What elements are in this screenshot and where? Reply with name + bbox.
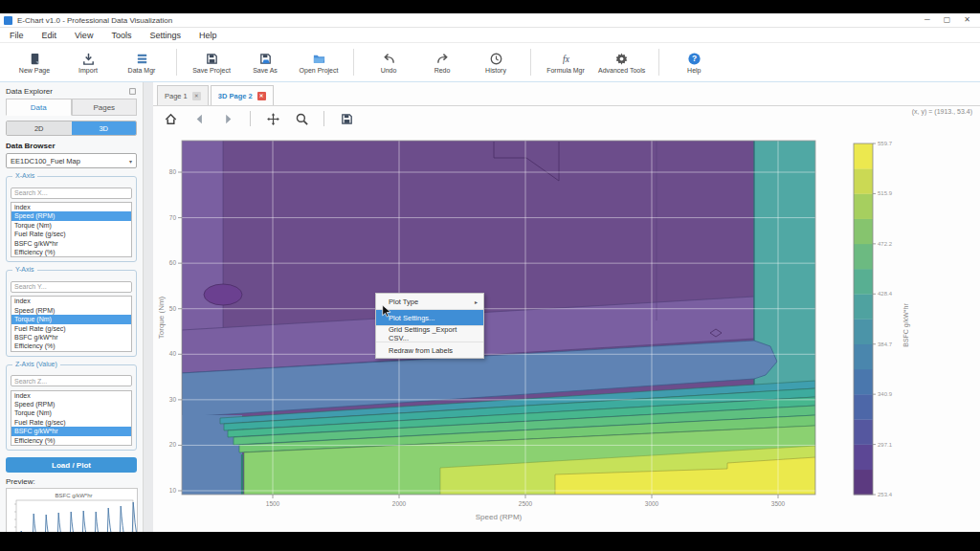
context-menu-item-redraw-from-labels[interactable]: Redraw from Labels	[376, 342, 483, 358]
toolbar-undo-label: Undo	[381, 67, 397, 74]
menu-view[interactable]: View	[75, 31, 93, 40]
maximize-button[interactable]: ▢	[944, 13, 951, 27]
menu-settings[interactable]: Settings	[149, 31, 181, 40]
toolbar-advanced-tools-button[interactable]: Advanced Tools	[592, 52, 651, 74]
x-axis-field-torque-nm[interactable]: Torque (Nm)	[11, 221, 131, 230]
colorbar-band	[854, 269, 873, 295]
y-tick-label: 30	[169, 396, 177, 403]
toolbar-help-button[interactable]: ?Help	[667, 52, 721, 74]
toolbar-data-mgr-label: Data Mgr	[128, 67, 156, 74]
x-tick-label: 3000	[645, 500, 659, 507]
colorbar-tick-label: 253.4	[878, 492, 893, 497]
close-tab-icon[interactable]: ✕	[192, 92, 201, 100]
y-axis-field-speed-rpm[interactable]: Speed (RPM)	[11, 306, 131, 315]
forward-icon	[221, 112, 235, 126]
x-axis-field-fuel-rate-g-sec[interactable]: Fuel Rate (g/sec)	[11, 230, 131, 238]
y-tick-label: 60	[169, 259, 177, 266]
toolbar-redo-button[interactable]: Redo	[415, 52, 469, 74]
colorbar-tick-label: 340.9	[878, 391, 893, 397]
y-axis-field-torque-nm[interactable]: Torque (Nm)	[11, 315, 131, 323]
back-icon	[192, 112, 207, 126]
plot-nav-toolbar: (x, y) = (1913., 53.4)	[153, 106, 980, 131]
x-axis-field-index[interactable]: index	[11, 203, 131, 211]
sidebar-tab-pages[interactable]: Pages	[72, 99, 138, 116]
svg-text:?: ?	[692, 54, 697, 63]
nav-back-button[interactable]	[189, 109, 209, 128]
nav-zoom-glass-button[interactable]	[292, 109, 311, 128]
toolbar-new-page-label: New Page	[19, 67, 50, 74]
z-axis-label: Z-Axis (Value)	[12, 361, 60, 367]
colorbar-band	[854, 168, 873, 194]
toolbar-save-project-button[interactable]: Save Project	[185, 52, 238, 74]
nav-pan-button[interactable]	[263, 109, 282, 128]
sidebar-tab-data[interactable]: Data	[6, 99, 72, 116]
cursor-coordinates-readout: (x, y) = (1913., 53.4)	[912, 108, 972, 115]
toolbar-new-page-button[interactable]: New Page	[8, 52, 61, 74]
y-axis-field-fuel-rate-g-sec[interactable]: Fuel Rate (g/sec)	[11, 324, 131, 333]
toolbar-formula-mgr-button[interactable]: fxFormula Mgr	[539, 52, 592, 74]
toolbar-open-project-button[interactable]: Open Project	[292, 52, 345, 74]
colorbar-band	[854, 344, 873, 370]
z-axis-field-speed-rpm[interactable]: Speed (RPM)	[11, 400, 131, 408]
tab-page-1[interactable]: Page 1✕	[157, 85, 209, 105]
toolbar-import-button[interactable]: Import	[61, 52, 115, 74]
toolbar-history-label: History	[485, 67, 506, 74]
submenu-arrow-icon: ▸	[475, 298, 478, 305]
nav-forward-button[interactable]	[218, 109, 237, 128]
save-icon	[205, 52, 219, 66]
tab-3d-page-2[interactable]: 3D Page 2✕	[211, 85, 274, 105]
toolbar-save-project-label: Save Project	[192, 67, 231, 74]
minimize-button[interactable]: ─	[924, 13, 930, 27]
y-axis-field-index[interactable]: index	[11, 297, 131, 305]
toolbar-help-label: Help	[687, 67, 701, 74]
z-axis-field-index[interactable]: index	[11, 391, 131, 400]
z-axis-field-fuel-rate-g-sec[interactable]: Fuel Rate (g/sec)	[11, 418, 131, 427]
y-axis-search-input[interactable]	[11, 281, 132, 293]
z-axis-search-input[interactable]	[11, 375, 132, 386]
y-axis-field-efficiency[interactable]: Efficiency (%)	[11, 342, 131, 350]
x-axis-field-speed-rpm[interactable]: Speed (RPM)	[11, 211, 131, 220]
menu-file[interactable]: File	[10, 31, 24, 40]
y-axis-field-list: indexSpeed (RPM)Torque (Nm)Fuel Rate (g/…	[11, 296, 132, 351]
y-axis-group: Y-Axis indexSpeed (RPM)Torque (Nm)Fuel R…	[6, 270, 137, 356]
zoom-glass-icon	[295, 112, 309, 126]
x-axis-ticks: 15002000250030003500	[266, 495, 786, 507]
z-axis-field-torque-nm[interactable]: Torque (Nm)	[11, 408, 131, 417]
menu-tools[interactable]: Tools	[111, 31, 131, 40]
y-tick-label: 10	[169, 487, 177, 494]
menu-edit[interactable]: Edit	[42, 31, 57, 40]
close-button[interactable]: ✕	[964, 13, 970, 27]
load-plot-button[interactable]: Load / Plot	[6, 457, 137, 473]
tab-label: 3D Page 2	[218, 92, 253, 100]
nav-save-button[interactable]	[337, 109, 356, 128]
contour-fills	[182, 141, 815, 495]
x-axis-search-input[interactable]	[11, 187, 132, 199]
mode-toggle-2d[interactable]: 2D	[7, 121, 72, 135]
plot-canvas[interactable]: 15002000250030003500 1020304050607080 Sp…	[153, 134, 980, 532]
tab-label: Page 1	[165, 92, 188, 100]
toolbar-data-mgr-button[interactable]: Data Mgr	[115, 52, 168, 74]
panel-collapse-icon[interactable]	[128, 87, 137, 96]
dataset-dropdown[interactable]: EE1DC100_Fuel Map ▾	[6, 153, 137, 168]
colorbar-band	[854, 320, 873, 345]
colorbar-tick-label: 515.9	[878, 190, 893, 196]
close-tab-icon[interactable]: ✕	[257, 92, 266, 100]
mode-toggle-3d[interactable]: 3D	[72, 121, 137, 135]
toolbar-save-as-button[interactable]: Save As	[238, 52, 292, 74]
toolbar-advanced-tools-label: Advanced Tools	[598, 67, 645, 74]
open-folder-icon	[312, 52, 326, 66]
context-menu-item-grid-settings-export-csv[interactable]: Grid Settings _Export CSV...	[376, 326, 483, 342]
toolbar-formula-mgr-label: Formula Mgr	[546, 67, 585, 74]
x-axis-field-bsfc-g-kw-hr[interactable]: BSFC g/kW*hr	[11, 239, 131, 248]
menu-help[interactable]: Help	[199, 31, 217, 40]
nav-home-button[interactable]	[161, 109, 180, 128]
x-axis-field-efficiency[interactable]: Efficiency (%)	[11, 248, 131, 256]
y-axis-field-bsfc-g-kw-hr[interactable]: BSFC g/kW*hr	[11, 333, 131, 342]
colorbar-tick-label: 559.7	[878, 141, 893, 146]
z-axis-field-efficiency[interactable]: Efficiency (%)	[11, 436, 131, 445]
z-axis-field-bsfc-g-kw-hr[interactable]: BSFC g/kW*hr	[11, 427, 131, 435]
window-title: E-Chart v1.0 - Professional Data Visuali…	[17, 16, 924, 25]
toolbar-undo-button[interactable]: Undo	[362, 52, 415, 74]
toolbar-history-button[interactable]: History	[469, 52, 523, 74]
toolbar-save-as-label: Save As	[253, 67, 278, 74]
